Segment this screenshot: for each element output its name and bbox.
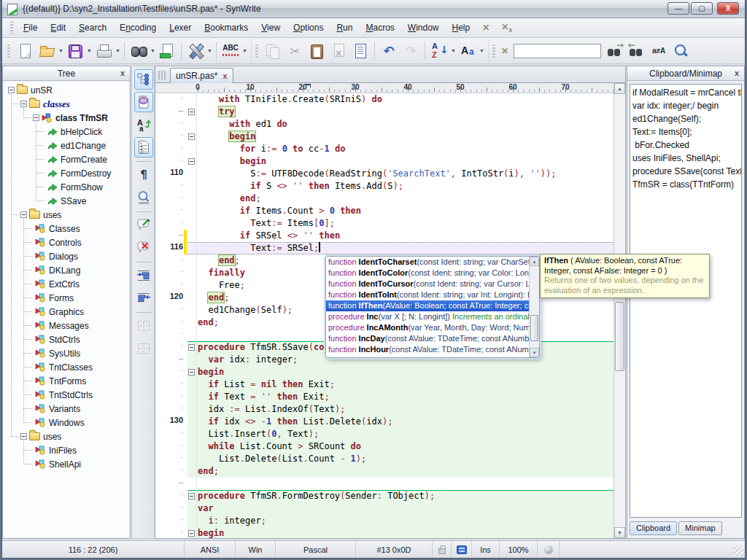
tree-item-ssave[interactable]: SSave <box>4 194 129 208</box>
tree-item-unsr[interactable]: unSR <box>4 83 129 97</box>
save-file-button-dropdown-icon[interactable]: ▼ <box>86 40 93 62</box>
autocomplete-item-incamonth[interactable]: procedure IncAMonth(var Year, Month, Day… <box>326 322 539 333</box>
code-line[interactable]: · List.Delete(List.Count - 1); <box>155 453 614 465</box>
code-line[interactable]: – if SRSel <> '' then <box>155 230 614 242</box>
tree-item-tntstdctrls[interactable]: TntStdCtrls <box>4 388 129 402</box>
wrap-icon[interactable] <box>457 545 467 554</box>
code-line[interactable]: – <box>155 478 614 490</box>
toolbar-grip[interactable] <box>255 44 258 58</box>
collapse-icon[interactable] <box>8 87 15 93</box>
scroll-down-icon[interactable]: ▼ <box>614 527 625 538</box>
autocomplete-item-identtocursor[interactable]: function IdentToCursor(const Ident: stri… <box>326 279 539 289</box>
menu-window[interactable]: Window <box>401 18 446 37</box>
menu-options[interactable]: Options <box>287 18 330 37</box>
quick-search-input[interactable] <box>514 44 601 58</box>
clipboard-entry[interactable]: procedure SSave(const Text: V <box>632 165 741 178</box>
fold-collapse-icon[interactable] <box>188 133 195 140</box>
tab-minimap[interactable]: Minimap <box>678 521 722 535</box>
autocomplete-item-identtocolor[interactable]: function IdentToColor(const Ident: strin… <box>326 268 539 279</box>
maximize-button[interactable]: ▢ <box>691 2 713 15</box>
autocomplete-item-incday[interactable]: function IncDay(const AValue: TDateTime;… <box>326 333 539 344</box>
code-line[interactable]: · while List.Count > SRCount do <box>155 440 614 453</box>
autocomplete-item-identtoint[interactable]: function IdentToInt(const Ident: string;… <box>326 289 539 300</box>
tree-item-dialogs[interactable]: Dialogs <box>4 249 129 263</box>
tree-item-windows[interactable]: Windows <box>4 416 129 429</box>
autocomplete-scrollbar[interactable]: ▲ ▼ <box>529 257 539 357</box>
code-line[interactable]: · begin <box>155 131 614 143</box>
tools-button[interactable] <box>185 40 206 62</box>
menu-search[interactable]: Search <box>72 18 113 37</box>
code-line[interactable]: · with ed1 do <box>155 118 614 131</box>
scroll-up-icon[interactable]: ▲ <box>614 83 625 94</box>
code-line[interactable]: · List.Insert(0, Text); <box>155 428 614 440</box>
clipboard-entry[interactable]: TfmSR = class(TTntForm) <box>632 178 741 191</box>
clipboard-entry[interactable]: ed1Change(Self); <box>632 112 741 125</box>
menu-macros[interactable]: Macros <box>359 18 400 37</box>
collapse-icon[interactable] <box>20 433 27 440</box>
code-line[interactable]: · Text:= Items[0]; <box>155 217 614 230</box>
tree-item-classes[interactable]: Classes <box>4 222 129 236</box>
find-button-dropdown-icon[interactable]: ▼ <box>150 40 156 62</box>
tree-item-shellapi[interactable]: ShellApi <box>4 457 129 471</box>
tree-item-formshow[interactable]: FormShow <box>4 180 129 194</box>
autocomplete-item-identtocharset[interactable]: function IdentToCharset(const Ident: str… <box>326 257 539 268</box>
clipboard-panel-close-icon[interactable]: x <box>732 66 742 79</box>
tab-clipboard[interactable]: Clipboard <box>630 521 677 535</box>
menu-view[interactable]: View <box>255 18 287 37</box>
letter-case-button[interactable]: Aa <box>134 114 153 135</box>
code-line[interactable]: · if Text = '' then Exit; <box>155 391 614 403</box>
code-line[interactable]: ·procedure TfmSR.FormDestroy(Sender: TOb… <box>155 490 614 502</box>
new-file-button[interactable] <box>14 40 36 62</box>
undo-button[interactable]: ↶ <box>378 40 400 62</box>
tree-item-sysutils[interactable]: SysUtils <box>4 346 129 360</box>
sort-button-dropdown-icon[interactable]: ▼ <box>450 40 457 62</box>
tree-item-dklang[interactable]: DKLang <box>4 263 129 277</box>
line-numbers-button[interactable]: 1—2—3— <box>134 137 153 158</box>
fold-collapse-icon[interactable] <box>188 369 195 376</box>
title-bar[interactable]: {(default)} D:\syn2_Installation\Testfil… <box>2 0 745 18</box>
menu-help[interactable]: Help <box>446 18 477 37</box>
code-line[interactable]: · for i:= 0 to cc-1 do <box>155 143 614 155</box>
close-button[interactable]: X <box>717 2 739 15</box>
code-line[interactable]: ·end; <box>155 465 614 478</box>
fold-collapse-icon[interactable] <box>188 530 195 537</box>
fold-collapse-icon[interactable] <box>188 493 195 499</box>
tree-item-forms[interactable]: Forms <box>4 291 129 305</box>
code-line[interactable]: · if List = nil then Exit; <box>155 378 614 391</box>
code-line[interactable]: 110 S:= UTF8Decode(ReadString('SearchTex… <box>155 168 614 180</box>
tree-item-tntclasses[interactable]: TntClasses <box>4 360 129 374</box>
tab-unsr-pas[interactable]: unSR.pas*x <box>170 68 233 83</box>
fold-collapse-icon[interactable] <box>188 109 195 115</box>
save-file-button[interactable] <box>64 40 86 62</box>
tab-close-icon[interactable]: x <box>222 71 227 80</box>
tools-button-dropdown-icon[interactable]: ▼ <box>206 40 213 62</box>
popup-scroll-up-icon[interactable]: ▲ <box>530 257 539 266</box>
tree-panel-close-icon[interactable]: x <box>117 66 128 79</box>
remove-comment-button[interactable] <box>134 238 153 258</box>
fold-collapse-icon[interactable] <box>188 158 195 165</box>
menu-encoding[interactable]: Encoding <box>113 18 163 37</box>
code-line[interactable]: 130 if idx <> -1 then List.Delete(idx); <box>155 416 614 428</box>
select-all-button[interactable] <box>349 40 371 62</box>
add-comment-button[interactable] <box>134 215 153 236</box>
tree-item-formdestroy[interactable]: FormDestroy <box>4 166 129 180</box>
incremental-search-button[interactable] <box>670 40 692 62</box>
change-case-button[interactable]: Aa <box>457 40 479 62</box>
toolbar-grip[interactable] <box>7 44 10 58</box>
goto-line-button[interactable] <box>156 40 178 62</box>
open-file-button-dropdown-icon[interactable]: ▼ <box>58 40 64 62</box>
tree-item-graphics[interactable]: Graphics <box>4 305 129 319</box>
code-line[interactable]: ·begin <box>155 366 614 378</box>
code-line[interactable]: · if S <> '' then Items.Add(S); <box>155 180 614 192</box>
autocomplete-list[interactable]: function IdentToCharset(const Ident: str… <box>326 257 539 355</box>
autocomplete-popup[interactable]: function IdentToCharset(const Ident: str… <box>325 256 540 358</box>
collapse-icon[interactable] <box>20 211 27 218</box>
menu-edit[interactable]: Edit <box>44 18 72 37</box>
collapse-icon[interactable] <box>33 114 39 121</box>
clipboard-history-list[interactable]: if ModalResult = mrCancel thervar idx: i… <box>630 84 742 518</box>
print-button-dropdown-icon[interactable]: ▼ <box>115 40 121 62</box>
tree-item-uses[interactable]: uses <box>4 429 129 443</box>
tree-item-variants[interactable]: Variants <box>4 402 129 416</box>
print-button[interactable] <box>93 40 115 62</box>
code-tree-button[interactable] <box>134 69 153 90</box>
